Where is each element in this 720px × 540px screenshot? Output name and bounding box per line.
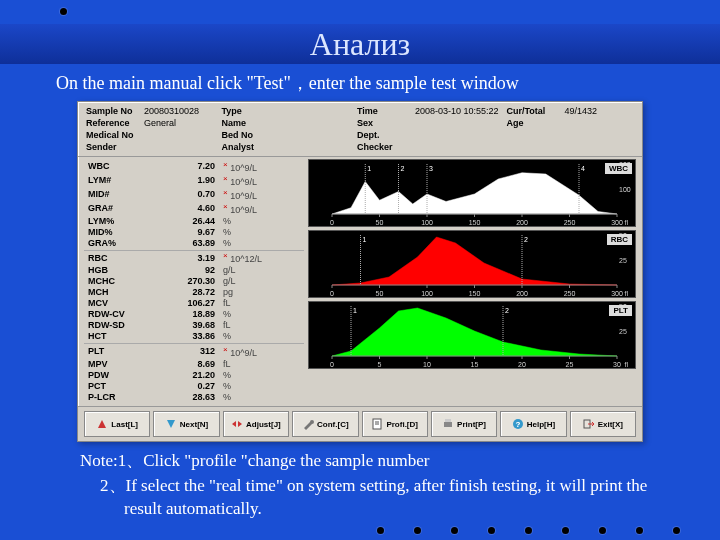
help-button[interactable]: ?Help[H]	[500, 411, 566, 437]
svg-text:0: 0	[330, 219, 334, 226]
svg-text:150: 150	[469, 219, 481, 226]
next-button[interactable]: Next[N]	[153, 411, 219, 437]
svg-text:15: 15	[471, 361, 479, 368]
svg-text:10: 10	[423, 361, 431, 368]
value-reference: General	[144, 118, 176, 128]
svg-text:2: 2	[401, 165, 405, 172]
svg-text:300: 300	[611, 219, 623, 226]
label-medical-no: Medical No	[86, 130, 138, 140]
wrench-icon	[302, 418, 314, 430]
arrows-lr-icon	[231, 418, 243, 430]
svg-text:250: 250	[564, 290, 576, 297]
label-age: Age	[507, 118, 559, 128]
svg-text:30: 30	[613, 361, 621, 368]
sample-info-panel: Sample No20080310028 Type Time2008-03-10…	[78, 102, 642, 157]
svg-text:0: 0	[330, 361, 334, 368]
label-sex: Sex	[357, 118, 409, 128]
slide-title: Анализ	[0, 24, 720, 64]
printer-icon	[442, 418, 454, 430]
svg-text:25: 25	[566, 361, 574, 368]
wbc-chart: WBC 050100150200250300fl1234100200	[308, 159, 636, 227]
arrow-down-icon	[165, 418, 177, 430]
plt-chart-label: PLT	[609, 305, 632, 316]
help-icon: ?	[512, 418, 524, 430]
slide-notes: Note:1、Click "profile "change the sample…	[80, 450, 664, 521]
exit-button[interactable]: Exit[X]	[570, 411, 636, 437]
svg-text:200: 200	[516, 290, 528, 297]
profile-button[interactable]: Profi.[D]	[362, 411, 428, 437]
decorative-dots-bottom	[377, 527, 680, 534]
plt-chart: PLT 051015202530fl122550	[308, 301, 636, 369]
svg-text:100: 100	[619, 186, 631, 193]
svg-text:fl: fl	[625, 290, 629, 297]
svg-text:0: 0	[330, 290, 334, 297]
svg-text:50: 50	[376, 290, 384, 297]
rbc-chart-label: RBC	[607, 234, 632, 245]
adjust-button[interactable]: Adjust[J]	[223, 411, 289, 437]
label-name: Name	[221, 118, 273, 128]
note-1: Note:1、Click "profile "change the sample…	[80, 450, 664, 473]
test-window: Sample No20080310028 Type Time2008-03-10…	[77, 101, 643, 442]
svg-text:100: 100	[421, 219, 433, 226]
parameter-table: WBC7.20× 10^9/LLYM#1.90× 10^9/LMID#0.70×…	[84, 159, 304, 402]
svg-text:1: 1	[367, 165, 371, 172]
svg-text:4: 4	[581, 165, 585, 172]
histogram-panel: WBC 050100150200250300fl1234100200 RBC 0…	[308, 159, 636, 402]
label-bed-no: Bed No	[221, 130, 273, 140]
svg-rect-74	[445, 419, 451, 422]
note-2: 2、If select the "real time" on system se…	[80, 475, 664, 521]
label-sender: Sender	[86, 142, 138, 152]
exit-icon	[583, 418, 595, 430]
svg-text:fl: fl	[625, 219, 629, 226]
label-time: Time	[357, 106, 409, 116]
svg-text:25: 25	[619, 328, 627, 335]
document-icon	[371, 418, 383, 430]
label-reference: Reference	[86, 118, 138, 128]
rbc-chart: RBC 050100150200250300fl122550	[308, 230, 636, 298]
label-type: Type	[221, 106, 273, 116]
label-checker: Checker	[357, 142, 409, 152]
wbc-chart-label: WBC	[605, 163, 632, 174]
label-analyst: Analyst	[221, 142, 273, 152]
label-curtotal: Cur/Total	[507, 106, 559, 116]
print-button[interactable]: Print[P]	[431, 411, 497, 437]
svg-text:5: 5	[378, 361, 382, 368]
svg-text:20: 20	[518, 361, 526, 368]
svg-text:3: 3	[429, 165, 433, 172]
svg-text:50: 50	[376, 219, 384, 226]
svg-text:200: 200	[516, 219, 528, 226]
toolbar: Last[L] Next[N] Adjust[J] Conf.[C] Profi…	[78, 406, 642, 441]
svg-text:1: 1	[363, 236, 367, 243]
svg-text:150: 150	[469, 290, 481, 297]
last-button[interactable]: Last[L]	[84, 411, 150, 437]
svg-text:250: 250	[564, 219, 576, 226]
svg-text:100: 100	[421, 290, 433, 297]
conf-button[interactable]: Conf.[C]	[292, 411, 358, 437]
value-time: 2008-03-10 10:55:22	[415, 106, 499, 116]
slide-intro: On the main manual click "Test"，enter th…	[56, 72, 672, 95]
label-dept: Dept.	[357, 130, 409, 140]
decorative-dots-top	[60, 8, 67, 15]
svg-text:fl: fl	[625, 361, 629, 368]
value-curtotal: 49/1432	[565, 106, 598, 116]
svg-text:?: ?	[515, 420, 520, 429]
svg-text:2: 2	[505, 307, 509, 314]
svg-text:2: 2	[524, 236, 528, 243]
svg-rect-73	[444, 422, 452, 427]
value-sample-no: 20080310028	[144, 106, 199, 116]
svg-text:300: 300	[611, 290, 623, 297]
svg-text:25: 25	[619, 257, 627, 264]
svg-text:1: 1	[353, 307, 357, 314]
label-sample-no: Sample No	[86, 106, 138, 116]
arrow-up-icon	[96, 418, 108, 430]
